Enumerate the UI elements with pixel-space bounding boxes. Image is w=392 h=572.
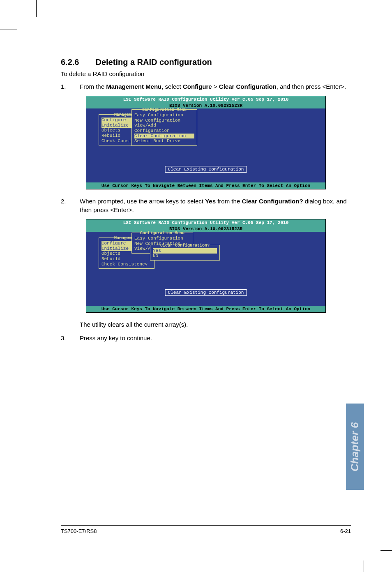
bios-status: Clear Existing Configuration xyxy=(165,289,247,296)
dialog-title: Clear Configuration? xyxy=(153,243,217,248)
bios-version: BIOS Version A.10.09231523R xyxy=(86,226,325,232)
menu-title: Configuration Menu xyxy=(134,231,190,235)
cfg-easy: Easy Configuration xyxy=(134,113,194,118)
section-heading: 6.2.6Deleting a RAID configuration xyxy=(61,58,351,67)
cfg-easy: Easy Configuration xyxy=(134,236,190,241)
step-number: 1. xyxy=(61,82,80,91)
step-body: From the Management Menu, select Configu… xyxy=(80,82,351,91)
configuration-menu: Configuration Menu Easy Configuration Ne… xyxy=(131,109,197,146)
chapter-tab-label: Chapter 6 xyxy=(349,422,362,471)
section-number: 6.2.6 xyxy=(61,58,79,67)
footer-model: TS700-E7/RS8 xyxy=(61,528,97,534)
step-number: 3. xyxy=(61,334,80,342)
cfg-new: New Configuration xyxy=(134,118,194,123)
bios-footer: Use Cursor Keys To Navigate Between Item… xyxy=(86,182,325,189)
bios-version: BIOS Version A.10.09231523R xyxy=(86,103,325,108)
step-2: 2. When prompted, use the arrow keys to … xyxy=(61,197,351,214)
bios-screenshot-1: LSI Software RAID Configuration Utility … xyxy=(86,96,326,189)
chapter-tab: Chapter 6 xyxy=(346,404,364,490)
step-body: When prompted, use the arrow keys to sel… xyxy=(80,197,351,214)
cfg-configuration: Configuration xyxy=(134,128,194,134)
cfg-boot: Select Boot Drive xyxy=(134,138,194,144)
menu-item-check: Check Consistency xyxy=(101,262,152,267)
cfg-viewadd: View/Add xyxy=(134,123,194,128)
step-body: Press any key to continue. xyxy=(80,334,351,342)
bios-footer: Use Cursor Keys To Navigate Between Item… xyxy=(86,306,325,312)
footer-page-number: 6-21 xyxy=(340,528,351,534)
step-body: The utility clears all the current array… xyxy=(80,320,351,329)
dialog-no: NO xyxy=(153,254,217,259)
clear-config-dialog: Clear Configuration? Yes NO xyxy=(150,245,220,261)
step-3: 3. Press any key to continue. xyxy=(61,334,351,342)
bios-header: LSI Software RAID Configuration Utility … xyxy=(86,96,325,103)
intro-text: To delete a RAID configuration xyxy=(61,70,351,77)
step-number: 2. xyxy=(61,197,80,214)
bios-screenshot-2: LSI Software RAID Configuration Utility … xyxy=(86,219,326,313)
bios-header: LSI Software RAID Configuration Utility … xyxy=(86,219,325,226)
bios-status: Clear Existing Configuration xyxy=(165,166,247,173)
dialog-yes: Yes xyxy=(153,248,217,254)
cfg-clear: Clear Configuration xyxy=(134,134,194,139)
step-1: 1. From the Management Menu, select Conf… xyxy=(61,82,351,91)
step-2-result: The utility clears all the current array… xyxy=(61,320,351,329)
section-title: Deleting a RAID configuration xyxy=(95,58,212,67)
bios-body: Management Configure Initialize Objects … xyxy=(86,232,325,306)
page-footer: TS700-E7/RS8 6-21 xyxy=(61,525,351,534)
menu-item-rebuild: Rebuild xyxy=(101,256,152,262)
bios-body: Management Configure Initialize Objects … xyxy=(86,108,325,182)
menu-title: Configuration Menu xyxy=(134,108,194,112)
